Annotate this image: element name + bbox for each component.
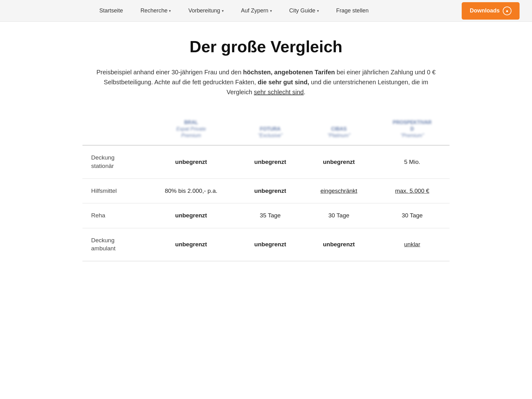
- table-cell-r3-c2: unbegrenzt: [303, 228, 375, 261]
- desc-bold2: die sehr gut sind,: [258, 79, 309, 86]
- brand-logo-3: CIBAS"Platinum": [312, 126, 366, 139]
- chevron-down-icon: ▾: [270, 9, 272, 13]
- table-cell-r3-c1: unbegrenzt: [237, 228, 303, 261]
- nav-item-city-guide[interactable]: City Guide▾: [281, 0, 328, 22]
- table-cell-r1-c2: eingeschränkt: [303, 179, 375, 203]
- table-cell-r3-c0: unbegrenzt: [145, 228, 237, 261]
- table-cell-r3-c3: unklar: [375, 228, 450, 261]
- nav-item-recherche[interactable]: Recherche▾: [132, 0, 180, 22]
- desc-bold1: höchsten, angebotenen Tarifen: [243, 69, 335, 76]
- table-cell-r2-c0: unbegrenzt: [145, 203, 237, 228]
- table-cell-r2-c2: 30 Tage: [303, 203, 375, 228]
- nav-item-frage-stellen[interactable]: Frage stellen: [328, 0, 377, 22]
- table-cell-r0-c2: unbegrenzt: [303, 145, 375, 179]
- row-label-2: Reha: [82, 203, 145, 228]
- nav-item-auf-zypern[interactable]: Auf Zypern▾: [232, 0, 281, 22]
- page-title: Der große Vergleich: [82, 37, 450, 56]
- desc-end: .: [304, 89, 306, 95]
- table-header-empty: [82, 113, 145, 145]
- description-text: Preisbeispiel anhand einer 30-jährigen F…: [95, 67, 437, 97]
- downloads-label: Downloads: [470, 7, 500, 14]
- table-row: Deckungambulantunbegrenztunbegrenztunbeg…: [82, 228, 450, 261]
- chevron-down-icon: ▾: [317, 9, 319, 13]
- brand-logo-4: PROSPEKTIVARD"Premium": [384, 119, 441, 139]
- row-label-0: Deckungstationär: [82, 145, 145, 179]
- table-header-brand-3: CIBAS"Platinum": [303, 113, 375, 145]
- row-label-3: Deckungambulant: [82, 228, 145, 261]
- table-header-brand-1: BRALExpat PrivatePremium: [145, 113, 237, 145]
- table-row: Rehaunbegrenzt35 Tage30 Tage30 Tage: [82, 203, 450, 228]
- table-cell-r2-c3: 30 Tage: [375, 203, 450, 228]
- table-header-brand-2: FOTURA"Exclusive": [237, 113, 303, 145]
- table-body: Deckungstationärunbegrenztunbegrenztunbe…: [82, 145, 450, 261]
- table-cell-r1-c1: unbegrenzt: [237, 179, 303, 203]
- brand-logo-1: BRALExpat PrivatePremium: [153, 119, 229, 139]
- main-content: Der große Vergleich Preisbeispiel anhand…: [64, 22, 468, 280]
- nav-item-startseite[interactable]: Startseite: [91, 0, 132, 22]
- main-navigation: StartseiteRecherche▾Vorbereitung▾Auf Zyp…: [0, 0, 532, 22]
- table-header-row: BRALExpat PrivatePremium FOTURA"Exclusiv…: [82, 113, 450, 145]
- table-cell-r2-c1: 35 Tage: [237, 203, 303, 228]
- brand-logo-2: FOTURA"Exclusive": [246, 126, 294, 139]
- table-cell-r0-c1: unbegrenzt: [237, 145, 303, 179]
- table-row: Deckungstationärunbegrenztunbegrenztunbe…: [82, 145, 450, 179]
- table-cell-r0-c0: unbegrenzt: [145, 145, 237, 179]
- table-cell-r1-c0: 80% bis 2.000,- p.a.: [145, 179, 237, 203]
- desc-part1: Preisbeispiel anhand einer 30-jährigen F…: [96, 69, 243, 76]
- table-cell-r0-c3: 5 Mio.: [375, 145, 450, 179]
- user-icon: ●: [503, 7, 511, 15]
- desc-underline: sehr schlecht sind: [254, 89, 304, 95]
- chevron-down-icon: ▾: [222, 9, 224, 13]
- nav-items: StartseiteRecherche▾Vorbereitung▾Auf Zyp…: [12, 0, 455, 22]
- table-row: Hilfsmittel80% bis 2.000,- p.a.unbegrenz…: [82, 179, 450, 203]
- comparison-table: BRALExpat PrivatePremium FOTURA"Exclusiv…: [82, 113, 450, 261]
- table-cell-r1-c3: max. 5.000 €: [375, 179, 450, 203]
- downloads-button[interactable]: Downloads ●: [462, 2, 520, 20]
- chevron-down-icon: ▾: [169, 9, 171, 13]
- table-header-brand-4: PROSPEKTIVARD"Premium": [375, 113, 450, 145]
- row-label-1: Hilfsmittel: [82, 179, 145, 203]
- nav-item-vorbereitung[interactable]: Vorbereitung▾: [180, 0, 232, 22]
